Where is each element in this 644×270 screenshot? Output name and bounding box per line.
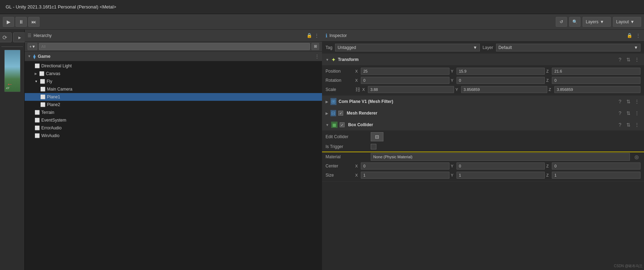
position-y-input[interactable] xyxy=(457,68,545,75)
scale-z-input[interactable] xyxy=(554,86,640,93)
transform-settings-button[interactable]: ⇅ xyxy=(625,56,632,63)
center-z-input[interactable] xyxy=(552,162,640,170)
scale-link-icon[interactable]: ⛓ xyxy=(355,87,360,92)
winaudio-label: WinAudio xyxy=(41,133,59,138)
size-x-input[interactable] xyxy=(361,172,449,179)
rotation-x-input[interactable] xyxy=(361,77,449,84)
hierarchy-search-input[interactable] xyxy=(39,43,310,50)
hierarchy-item-eventsystem[interactable]: ⬜ EventSystem xyxy=(25,116,322,124)
inspector-lock-icon[interactable]: 🔒 xyxy=(627,33,632,38)
step-button[interactable]: ⏭ xyxy=(28,17,40,27)
rotation-axes: X Y Z xyxy=(355,77,640,84)
center-x-input[interactable] xyxy=(361,162,449,170)
hierarchy-content: ⬜ Directional Light ▶ ⬜ Canvas ▼ ⬜ Fly xyxy=(25,61,322,270)
transform-header[interactable]: ▼ ✦ Transform ? ⇅ ⋮ xyxy=(322,54,644,65)
box-collider-header[interactable]: ▼ ◼ ✓ Box Collider ? ⇅ ⋮ xyxy=(322,119,644,130)
scene-arrow-btn[interactable]: ▶ xyxy=(13,32,26,42)
position-label: Position xyxy=(326,69,354,74)
hierarchy-filter-button[interactable]: ⊞ xyxy=(311,43,319,50)
hierarchy-item-main-camera[interactable]: ⬜ Main Camera xyxy=(25,85,322,93)
rotation-y-label: Y xyxy=(451,78,455,82)
fly-arrow-icon: ▼ xyxy=(35,80,38,83)
pause-button[interactable]: ⏸ xyxy=(16,17,27,27)
layout-label: Layout xyxy=(616,19,629,24)
layers-chevron-icon: ▼ xyxy=(600,19,604,24)
is-trigger-checkbox[interactable] xyxy=(371,144,376,149)
hierarchy-lock-icon[interactable]: 🔒 xyxy=(306,33,312,38)
winaudio-icon: ⬜ xyxy=(35,133,40,138)
center-label: Center xyxy=(326,164,354,168)
hierarchy-item-directional-light[interactable]: ⬜ Directional Light xyxy=(25,62,322,70)
box-collider-menu-button[interactable]: ⋮ xyxy=(633,121,640,128)
mesh-filter-settings-button[interactable]: ⇅ xyxy=(625,98,632,105)
hierarchy-item-canvas[interactable]: ▶ ⬜ Canvas xyxy=(25,70,322,78)
transform-menu-button[interactable]: ⋮ xyxy=(633,56,640,63)
scale-x-input[interactable] xyxy=(368,86,454,93)
layout-dropdown[interactable]: Layout ▼ xyxy=(613,17,641,27)
fly-label: Fly xyxy=(47,79,52,84)
transform-help-button[interactable]: ? xyxy=(616,56,624,63)
search-button[interactable]: 🔍 xyxy=(569,17,580,27)
layers-label: Layers xyxy=(586,19,598,24)
layer-dropdown[interactable]: Default ▼ xyxy=(496,44,640,51)
edit-collider-button[interactable]: ⊟ xyxy=(371,132,383,141)
terrain-icon: ⬜ xyxy=(35,110,40,115)
inspector-menu-icon[interactable]: ⋮ xyxy=(636,33,640,38)
size-y-input[interactable] xyxy=(457,172,545,179)
position-x-input[interactable] xyxy=(361,68,449,75)
rotation-z-input[interactable] xyxy=(552,77,640,84)
left-panels: ⟳ ▶ ← ▱ ☰ Hierarchy 🔒 ⋮ +▼ ⊞ xyxy=(0,30,322,270)
mesh-renderer-actions: ? ⇅ ⋮ xyxy=(616,110,640,117)
mesh-renderer-settings-button[interactable]: ⇅ xyxy=(625,110,632,117)
center-y-label: Y xyxy=(451,164,455,168)
hierarchy-item-fly[interactable]: ▼ ⬜ Fly xyxy=(25,78,322,85)
scene-rotate-btn[interactable]: ⟳ xyxy=(0,32,12,42)
mesh-renderer-help-button[interactable]: ? xyxy=(616,110,624,117)
mesh-renderer-checkbox-section: ✓ xyxy=(338,111,343,116)
box-collider-help-button[interactable]: ? xyxy=(616,121,624,128)
rotation-y-input[interactable] xyxy=(457,77,545,84)
tag-dropdown[interactable]: Untagged ▼ xyxy=(335,44,479,51)
hierarchy-item-plane1[interactable]: ⬜ Plane1 xyxy=(25,93,322,101)
material-picker-button[interactable]: ◎ xyxy=(633,153,640,161)
scale-y-input[interactable] xyxy=(461,86,547,93)
layers-dropdown[interactable]: Layers ▼ xyxy=(583,17,611,27)
material-value: None (Physic Material) xyxy=(371,153,630,161)
box-collider-checkbox[interactable]: ✓ xyxy=(340,122,345,127)
mesh-filter-header[interactable]: ▶ ⊞ Com Plane V1 (Mesh Filter) ? ⇅ ⋮ xyxy=(322,96,644,107)
mesh-renderer-checkbox[interactable]: ✓ xyxy=(338,111,343,116)
mesh-filter-menu-button[interactable]: ⋮ xyxy=(633,98,640,105)
mesh-renderer-arrow-icon: ▶ xyxy=(326,111,328,115)
center-y-input[interactable] xyxy=(457,162,545,170)
mesh-filter-actions: ? ⇅ ⋮ xyxy=(616,98,640,105)
tag-layer-row: Tag Untagged ▼ Layer Default ▼ xyxy=(322,42,644,54)
play-button[interactable]: ▶ xyxy=(3,17,14,27)
history-button[interactable]: ↺ xyxy=(556,17,567,27)
mesh-filter-help-button[interactable]: ? xyxy=(616,98,624,105)
mesh-renderer-menu-button[interactable]: ⋮ xyxy=(633,110,640,117)
hierarchy-item-plane2[interactable]: ⬜ Plane2 xyxy=(25,101,322,109)
box-collider-arrow-icon: ▼ xyxy=(326,123,329,127)
scale-axes: ⛓ X Y Z xyxy=(355,86,640,93)
transform-fields: Position X Y Z Rotation xyxy=(322,65,644,96)
mesh-renderer-title: Mesh Renderer xyxy=(347,111,614,116)
mesh-filter-section: ▶ ⊞ Com Plane V1 (Mesh Filter) ? ⇅ ⋮ xyxy=(322,96,644,108)
hierarchy-item-erroraudio[interactable]: ⬜ ErrorAudio xyxy=(25,124,322,132)
position-row: Position X Y Z xyxy=(322,67,644,76)
mesh-renderer-header[interactable]: ▶ ⊟ ✓ Mesh Renderer ? ⇅ ⋮ xyxy=(322,108,644,119)
center-z-label: Z xyxy=(546,164,550,168)
position-y-label: Y xyxy=(451,69,455,73)
titlebar: GL - Unity 2021.3.16f1c1 Personal (Perso… xyxy=(0,0,644,14)
toolbar: ▶ ⏸ ⏭ ↺ 🔍 Layers ▼ Layout ▼ xyxy=(0,14,644,30)
box-collider-settings-button[interactable]: ⇅ xyxy=(625,121,632,128)
position-z-input[interactable] xyxy=(552,68,640,75)
mesh-filter-arrow-icon: ▶ xyxy=(326,100,328,104)
game-object-row[interactable]: ▼ ⧫ Game ⋮ xyxy=(25,51,322,61)
hierarchy-add-button[interactable]: +▼ xyxy=(28,43,37,50)
hierarchy-menu-icon[interactable]: ⋮ xyxy=(314,33,319,38)
size-z-label: Z xyxy=(546,173,550,177)
game-menu-icon[interactable]: ⋮ xyxy=(315,54,319,59)
hierarchy-item-terrain[interactable]: ⬜ Terrain xyxy=(25,109,322,116)
hierarchy-item-winaudio[interactable]: ⬜ WinAudio xyxy=(25,132,322,140)
size-z-input[interactable] xyxy=(552,172,640,179)
